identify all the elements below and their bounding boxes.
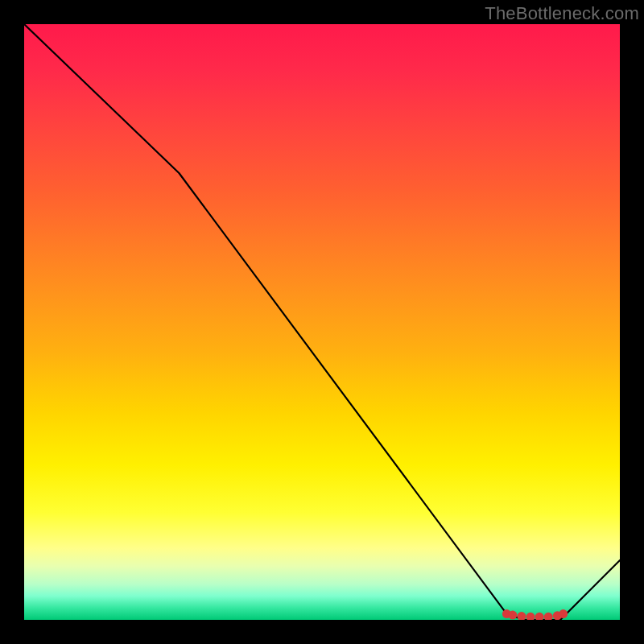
marker-point xyxy=(517,612,526,620)
curve-line xyxy=(24,24,620,620)
marker-point xyxy=(508,611,517,620)
plot-area xyxy=(24,24,620,620)
watermark-text: TheBottleneck.com xyxy=(485,3,639,24)
marker-point xyxy=(502,609,511,618)
marker-point xyxy=(544,613,553,620)
marker-point xyxy=(553,611,562,620)
marker-cluster xyxy=(24,24,620,620)
marker-point xyxy=(559,609,568,618)
chart-frame: TheBottleneck.com xyxy=(0,0,644,644)
marker-point xyxy=(526,613,535,620)
marker-point xyxy=(535,613,544,620)
